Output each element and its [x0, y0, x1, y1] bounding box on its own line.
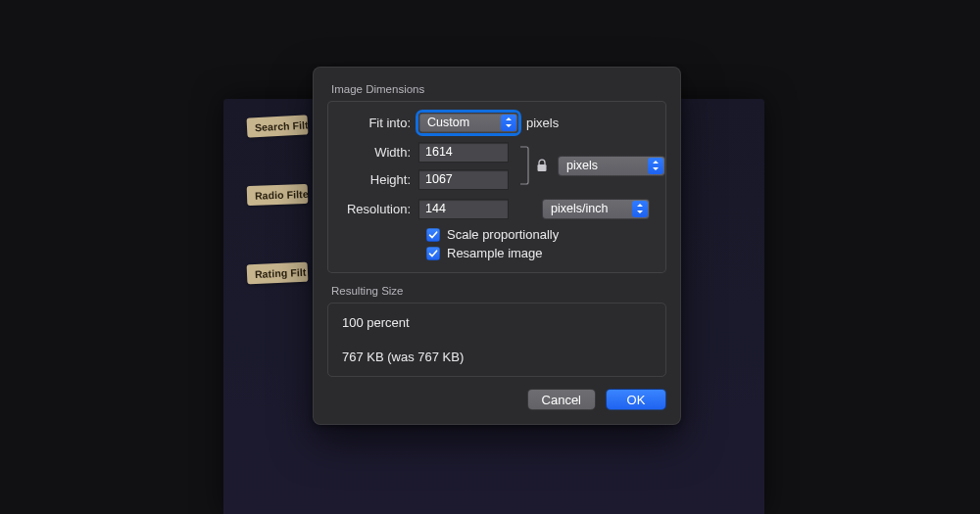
- wh-unit-value: pixels: [566, 159, 598, 172]
- width-height-cluster: Width: 1614 Height: 1067: [340, 141, 654, 190]
- bg-chip-search: Search Filt: [247, 115, 309, 137]
- height-value: 1067: [425, 172, 453, 186]
- fit-into-suffix: pixels: [526, 116, 559, 130]
- svg-rect-0: [538, 164, 547, 171]
- resolution-row: Resolution: 144 pixels/inch: [340, 198, 654, 219]
- resample-image-label: Resample image: [447, 246, 543, 260]
- fit-into-row: Fit into: Custom pixels: [340, 112, 654, 133]
- resulting-bytes: 767 KB (was 767 KB): [342, 350, 652, 364]
- resulting-size-label: Resulting Size: [331, 285, 666, 297]
- ok-button[interactable]: OK: [606, 389, 666, 410]
- width-value: 1614: [425, 145, 453, 159]
- resolution-label: Resolution:: [340, 202, 418, 216]
- resolution-value: 144: [425, 202, 446, 215]
- width-input[interactable]: 1614: [418, 142, 509, 163]
- ok-button-label: OK: [627, 393, 646, 407]
- aspect-lock-bracket: [518, 143, 548, 188]
- chevron-updown-icon: [632, 201, 648, 217]
- chevron-updown-icon: [501, 115, 516, 131]
- scale-proportionally-label: Scale proportionally: [447, 227, 559, 242]
- cancel-button[interactable]: Cancel: [527, 389, 596, 410]
- width-label: Width:: [340, 145, 418, 160]
- resulting-percent: 100 percent: [342, 315, 652, 330]
- resolution-unit-value: pixels/inch: [551, 202, 608, 215]
- wh-unit-select[interactable]: pixels: [558, 156, 665, 176]
- dialog-button-row: Cancel OK: [327, 389, 666, 410]
- resulting-size-box: 100 percent 767 KB (was 767 KB): [327, 303, 666, 377]
- chevron-updown-icon: [648, 158, 663, 174]
- resulting-size-section: Resulting Size 100 percent 767 KB (was 7…: [327, 285, 666, 377]
- cancel-button-label: Cancel: [542, 393, 581, 407]
- resolution-input[interactable]: 144: [418, 199, 509, 219]
- bg-chip-rating: Rating Filt: [247, 262, 309, 285]
- height-row: Height: 1067: [340, 168, 509, 190]
- scale-proportionally-row: Scale proportionally: [426, 227, 654, 242]
- height-label: Height:: [340, 172, 418, 187]
- height-input[interactable]: 1067: [418, 169, 509, 190]
- width-row: Width: 1614: [340, 141, 509, 163]
- bg-chip-radio: Radio Filte: [247, 184, 309, 206]
- fit-into-label: Fit into:: [340, 116, 418, 130]
- lock-icon[interactable]: [536, 159, 548, 172]
- fit-into-select[interactable]: Custom: [418, 113, 518, 133]
- image-dimensions-label: Image Dimensions: [331, 83, 666, 95]
- resample-image-row: Resample image: [426, 246, 654, 260]
- fit-into-value: Custom: [427, 116, 469, 129]
- image-size-dialog: Image Dimensions Fit into: Custom pixels…: [313, 67, 681, 425]
- image-dimensions-group: Fit into: Custom pixels Width: 1614 Heig…: [327, 101, 666, 273]
- resolution-unit-select[interactable]: pixels/inch: [542, 199, 650, 219]
- scale-proportionally-checkbox[interactable]: [426, 228, 440, 242]
- resample-image-checkbox[interactable]: [426, 247, 440, 260]
